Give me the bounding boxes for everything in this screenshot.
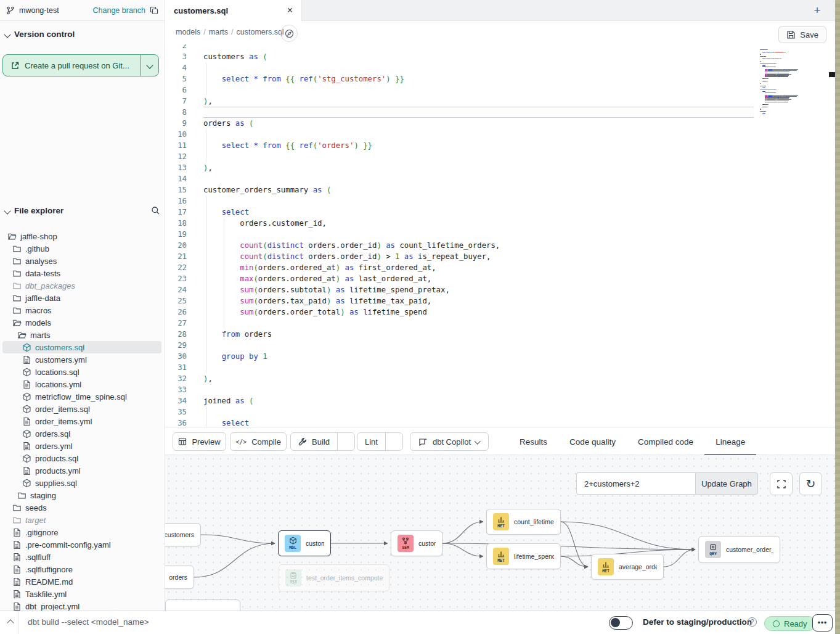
- create-pr-button[interactable]: Create a pull request on Git...: [2, 54, 159, 76]
- code-line-35[interactable]: 35: [165, 406, 835, 418]
- tree-item-products-yml[interactable]: products.yml: [2, 464, 161, 477]
- lineage-panel[interactable]: stg_customersordersMDLcustomersTSTtest_o…: [165, 455, 835, 611]
- lineage-node-customers_model[interactable]: MDLcustomers: [278, 530, 331, 556]
- code-line-27[interactable]: 27: [165, 318, 835, 329]
- preview-button[interactable]: Preview: [173, 432, 226, 451]
- tree-item-seeds[interactable]: seeds: [2, 501, 161, 514]
- tree-item-jaffle-shop[interactable]: jaffle-shop: [2, 230, 161, 242]
- tree-item--sqlfluffignore[interactable]: .sqlfluffignore: [2, 563, 161, 575]
- code-line-8[interactable]: 8: [165, 107, 835, 118]
- code-line-4[interactable]: 4: [165, 62, 835, 73]
- code-line-23[interactable]: 23 max(orders.ordered_at) as last_ordere…: [165, 273, 835, 284]
- command-placeholder[interactable]: dbt build --select <model_name>: [28, 617, 149, 627]
- code-line-29[interactable]: 29: [165, 340, 835, 351]
- code-editor[interactable]: 23customers as (45 select * from {{ ref(…: [165, 44, 835, 427]
- code-line-31[interactable]: 31: [165, 362, 835, 373]
- new-tab-button[interactable]: +: [809, 2, 825, 19]
- code-line-19[interactable]: 19: [165, 229, 835, 240]
- code-line-21[interactable]: 21 count(distinct orders.order_id) > 1 a…: [165, 251, 835, 262]
- code-line-6[interactable]: 6: [165, 84, 835, 96]
- tab-lineage[interactable]: Lineage: [704, 427, 756, 456]
- code-line-5[interactable]: 5 select * from {{ ref('stg_customers') …: [165, 73, 835, 84]
- more-options-button[interactable]: •••: [812, 614, 833, 632]
- lineage-node-count_lifetime_orders[interactable]: METcount_lifetime_orders: [486, 509, 561, 535]
- code-line-9[interactable]: 9orders as (: [165, 118, 835, 129]
- editor-scrollbar-thumb[interactable]: [829, 72, 835, 77]
- code-line-16[interactable]: 16: [165, 196, 835, 207]
- tree-item-customers-yml[interactable]: customers.yml: [2, 353, 161, 366]
- tree-item-analyses[interactable]: analyses: [2, 255, 161, 267]
- tab-code-quality[interactable]: Code quality: [558, 427, 627, 456]
- code-line-24[interactable]: 24 sum(orders.subtotal) as lifetime_spen…: [165, 284, 835, 295]
- info-icon[interactable]: ?: [748, 617, 757, 627]
- version-control-header[interactable]: Version control: [5, 30, 75, 39]
- code-line-14[interactable]: 14: [165, 173, 835, 184]
- tree-item-order-items-sql[interactable]: order_items.sql: [2, 403, 161, 415]
- code-line-30[interactable]: 30 group by 1: [165, 351, 835, 362]
- lineage-node-orders[interactable]: orders: [165, 566, 194, 589]
- tree-item-locations-yml[interactable]: locations.yml: [2, 378, 161, 390]
- tab-customers-sql[interactable]: customers.sql ×: [165, 0, 302, 21]
- tree-item-dbt-project-yml[interactable]: dbt_project.yml: [2, 600, 161, 611]
- tree-item-marts[interactable]: marts: [2, 329, 161, 341]
- code-line-22[interactable]: 22 min(orders.ordered_at) as first_order…: [165, 262, 835, 273]
- build-button[interactable]: Build: [291, 433, 337, 450]
- lineage-node-stg_customers[interactable]: stg_customers: [165, 523, 201, 546]
- close-icon[interactable]: ×: [287, 6, 293, 15]
- search-icon[interactable]: [151, 206, 160, 215]
- tree-item-data-tests[interactable]: data-tests: [2, 267, 161, 279]
- tree-item-customers-sql[interactable]: customers.sql: [2, 341, 161, 353]
- code-line-17[interactable]: 17 select: [165, 207, 835, 218]
- lineage-node-partial_bottom[interactable]: [165, 599, 240, 611]
- code-line-10[interactable]: 10: [165, 129, 835, 140]
- lineage-node-lifetime_spend_pretax[interactable]: METlifetime_spend_pretax: [486, 543, 561, 569]
- code-line-11[interactable]: 11 select * from {{ ref('orders') }}: [165, 140, 835, 151]
- tree-item-readme-md[interactable]: README.md: [2, 575, 161, 588]
- code-line-13[interactable]: 13),: [165, 162, 835, 173]
- copy-icon[interactable]: [150, 6, 158, 15]
- save-button[interactable]: Save: [778, 26, 826, 43]
- tree-item-macros[interactable]: macros: [2, 304, 161, 316]
- tree-item-locations-sql[interactable]: locations.sql: [2, 366, 161, 378]
- tree-item-metricflow-time-spine-sql[interactable]: metricflow_time_spine.sql: [2, 390, 161, 403]
- breadcrumb-marts[interactable]: marts: [209, 28, 228, 36]
- fullscreen-icon[interactable]: [770, 472, 793, 495]
- tree-item-taskfile-yml[interactable]: Taskfile.yml: [2, 588, 161, 600]
- lineage-node-average_order_value[interactable]: METaverage_order_value: [591, 554, 664, 580]
- code-line-26[interactable]: 26 sum(orders.order_total) as lifetime_s…: [165, 307, 835, 318]
- code-line-20[interactable]: 20 count(distinct orders.order_id) as co…: [165, 240, 835, 251]
- dbt-copilot-button[interactable]: dbt Copilot: [410, 432, 489, 451]
- tree-item-supplies-sql[interactable]: supplies.sql: [2, 477, 161, 489]
- breadcrumb-models[interactable]: models: [176, 28, 200, 36]
- tab-compiled-code[interactable]: Compiled code: [627, 427, 704, 456]
- lineage-node-customers_semantic[interactable]: SEMcustomers: [391, 530, 442, 556]
- tab-results[interactable]: Results: [508, 427, 558, 456]
- update-graph-button[interactable]: Update Graph: [695, 472, 758, 495]
- code-line-12[interactable]: 12: [165, 151, 835, 162]
- tree-item--sqlfluff[interactable]: .sqlfluff: [2, 551, 161, 563]
- tree-item-orders-sql[interactable]: orders.sql: [2, 427, 161, 440]
- tree-item-dbt-packages[interactable]: dbt_packages: [2, 279, 161, 292]
- build-caret[interactable]: [337, 433, 354, 450]
- lint-button[interactable]: Lint: [357, 433, 385, 450]
- lineage-node-customer_order_metrics[interactable]: QRYcustomer_order_metrics: [698, 536, 780, 563]
- code-line-2[interactable]: 2: [165, 44, 835, 51]
- collapse-chevron-icon[interactable]: [4, 616, 17, 630]
- change-branch-link[interactable]: Change branch: [93, 6, 145, 15]
- code-line-28[interactable]: 28 from orders: [165, 329, 835, 340]
- tree-item--github[interactable]: .github: [2, 242, 161, 255]
- lineage-selector-input[interactable]: [576, 472, 695, 495]
- compass-icon[interactable]: [280, 25, 298, 42]
- code-line-3[interactable]: 3customers as (: [165, 51, 835, 62]
- lineage-node-test_order_items[interactable]: TSTtest_order_items_compute_to_bools...: [279, 564, 389, 591]
- file-explorer-header[interactable]: File explorer: [5, 206, 160, 215]
- tree-item--pre-commit-config-yaml[interactable]: .pre-commit-config.yaml: [2, 538, 161, 551]
- code-line-34[interactable]: 34joined as (: [165, 395, 835, 406]
- minimap[interactable]: [760, 48, 824, 115]
- tree-item-products-sql[interactable]: products.sql: [2, 452, 161, 464]
- code-line-18[interactable]: 18 orders.customer_id,: [165, 218, 835, 229]
- code-line-15[interactable]: 15customer_orders_summary as (: [165, 184, 835, 196]
- code-line-33[interactable]: 33: [165, 384, 835, 395]
- defer-toggle[interactable]: [609, 616, 633, 630]
- code-line-32[interactable]: 32),: [165, 373, 835, 384]
